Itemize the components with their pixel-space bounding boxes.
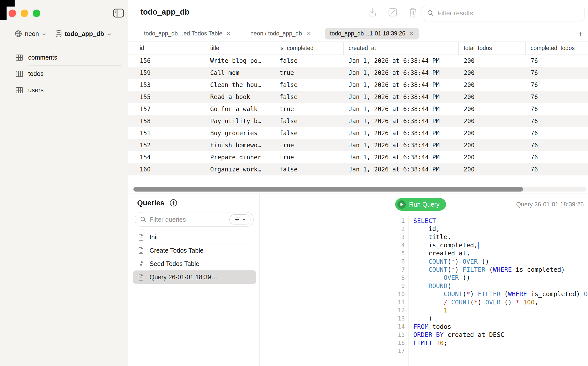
table-row[interactable]: 152Finish homewo…trueJan 1, 2026 at 6:38… [128,139,588,151]
sidebar-toggle-icon[interactable] [113,8,124,19]
tab-2[interactable]: neon / todo_app_db✕ [245,28,315,39]
export-icon[interactable] [368,7,377,19]
results-toolbar [368,7,417,19]
chevron-down-icon[interactable] [42,30,46,37]
query-item[interactable]: Create Todos Table [133,244,256,257]
tables-list: commentstodosusers [11,49,124,98]
line-content: ORDER BY created_at DESC [413,331,504,338]
line-content: 1 [413,307,447,314]
column-header-completed_todos[interactable]: completed_todos [526,42,588,55]
table-cell: false [274,163,344,175]
code-token: ( [500,290,508,298]
code-line: 11 / COUNT(*) OVER () * 100, [388,298,588,306]
table-cell: 200 [459,91,526,103]
table-cell: Jan 1, 2026 at 6:38:44 PM [344,115,459,127]
sql-code[interactable]: 1SELECT2 id,3 title,4 is_completed,5 cre… [388,217,588,355]
table-cell: true [274,103,344,115]
column-header-created_at[interactable]: created_at [344,42,459,55]
sidebar-table-todos[interactable]: todos [11,66,124,82]
scrollbar-thumb[interactable] [133,187,523,192]
query-sort-filter-control[interactable] [229,214,250,224]
run-query-button[interactable]: Run Query [395,198,446,211]
horizontal-scrollbar[interactable] [133,187,586,192]
table-cell: 200 [459,79,526,91]
code-token: WHERE [508,290,527,298]
code-token: ( [447,282,451,290]
code-line: 9 ROUND( [388,282,588,290]
sidebar-table-users[interactable]: users [11,82,124,98]
table-cell: 76 [526,139,588,151]
line-content: SELECT [413,217,436,224]
line-number: 11 [388,299,405,305]
code-line: 5 created_at, [388,249,588,257]
line-number: 4 [388,242,405,248]
column-header-title[interactable]: title [205,42,274,55]
code-token: 100 [523,299,535,306]
table-cell: 200 [459,115,526,127]
table-row[interactable]: 153Clean the hou…falseJan 1, 2026 at 6:3… [128,79,588,91]
query-item[interactable]: Init [133,231,256,244]
search-icon [427,10,434,17]
code-token: ) [413,315,432,322]
database-name[interactable]: todo_app_db [65,30,104,37]
line-content: title, [413,233,451,241]
table-row[interactable]: 160Organize work…falseJan 1, 2026 at 6:3… [128,163,588,175]
line-number: 17 [388,348,405,354]
column-header-total_todos[interactable]: total_todos [459,42,526,55]
chevron-down-icon[interactable] [107,30,112,37]
main-area: todo_app_db todo_app_db…ed Todos [128,0,588,366]
code-token: OVER [485,299,500,306]
line-number: 15 [388,332,405,338]
table-row[interactable]: 151Buy groceriesfalseJan 1, 2026 at 6:38… [128,127,588,139]
tab-close-icon[interactable]: ✕ [226,31,231,37]
table-row[interactable]: 158Pay utility b…falseJan 1, 2026 at 6:3… [128,115,588,127]
sidebar-table-comments[interactable]: comments [11,49,124,66]
line-number: 16 [388,340,405,346]
table-cell: 76 [526,55,588,67]
code-token: ORDER BY [413,331,444,338]
new-tab-button[interactable]: + [578,29,583,38]
edit-icon[interactable] [388,7,398,19]
code-token: todos [428,323,451,330]
column-header-is_completed[interactable]: is_completed [274,42,344,55]
line-content: id, [413,225,440,233]
page-title: todo_app_db [140,8,190,17]
code-token: title, [413,233,451,241]
column-header-id[interactable]: id [128,42,205,55]
minimize-window-button[interactable] [21,10,28,17]
filter-queries-input[interactable] [150,216,226,223]
filter-results-input[interactable] [437,9,579,17]
table-cell: Write blog po… [205,55,274,67]
table-cell: 155 [128,91,205,103]
code-token: / [444,299,447,306]
table-row[interactable]: 159Call momtrueJan 1, 2026 at 6:38:44 PM… [128,67,588,79]
add-query-icon[interactable] [169,198,178,207]
text-cursor [478,242,479,249]
table-row[interactable]: 157Go for a walktrueJan 1, 2026 at 6:38:… [128,103,588,115]
code-token: is_completed, [413,242,478,249]
connection-name[interactable]: neon [25,30,39,37]
tab-1[interactable]: todo_app_db…ed Todos Table✕ [139,28,236,39]
query-item[interactable]: Seed Todos Table [133,257,256,270]
table-row[interactable]: 154Prepare dinnertrueJan 1, 2026 at 6:38… [128,151,588,163]
code-token: COUNT [451,299,470,306]
tab-close-icon[interactable]: ✕ [306,31,310,37]
tab-close-icon[interactable]: ✕ [409,31,414,37]
play-icon [397,200,406,209]
table-cell: 200 [459,55,526,67]
code-token: ( [463,290,466,298]
table-row[interactable]: 155Read a bookfalseJan 1, 2026 at 6:38:4… [128,91,588,103]
code-token: is_completed) [527,290,584,298]
code-token: is_completed) [512,266,565,273]
close-window-button[interactable] [9,10,16,17]
document-icon [138,247,144,254]
line-number: 5 [388,250,405,257]
table-cell: Prepare dinner [205,151,274,163]
table-row[interactable]: 156Write blog po…falseJan 1, 2026 at 6:3… [128,55,588,67]
delete-icon[interactable] [408,7,417,19]
tab-3[interactable]: todo_app_db…1-01 18:39:26✕ [325,28,419,39]
line-content: FROM todos [413,323,451,330]
query-item[interactable]: Query 26-01-01 18:39… [133,270,256,284]
zoom-window-button[interactable] [33,10,40,17]
code-token: * [516,299,519,306]
